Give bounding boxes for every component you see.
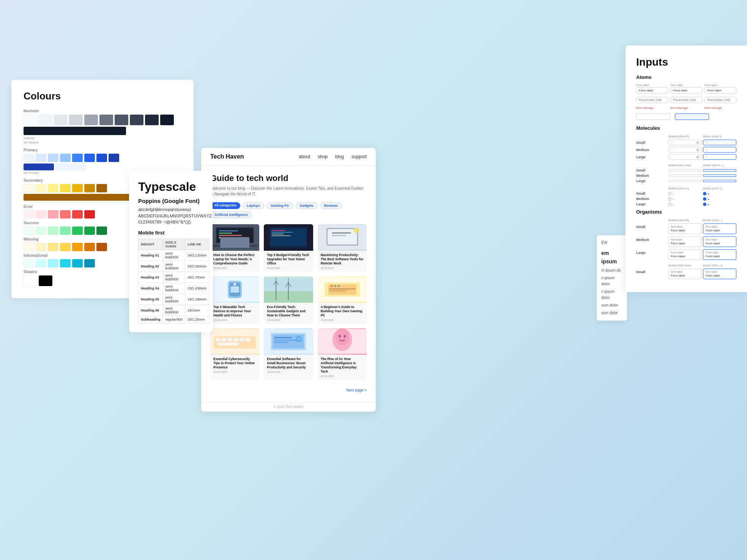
- mol-no-icon-large: Large: [636, 179, 667, 183]
- blog-card-body-8: Essential Software for Small Businesses:…: [264, 355, 313, 376]
- mol-input-default-small[interactable]: ···: [668, 140, 701, 145]
- nav-support[interactable]: support: [351, 154, 367, 159]
- atom-placeholder-2: [670, 97, 702, 103]
- org-card-default-medium[interactable]: form label Form label: [668, 236, 701, 247]
- info-swatch-2: [36, 259, 46, 267]
- radio-btn-default-small[interactable]: [668, 192, 671, 195]
- heading-label: Heading 01: [139, 250, 163, 261]
- neutral-swatches-row: [24, 115, 181, 125]
- svg-rect-4: [219, 233, 232, 234]
- error-text-2: Error message: [670, 107, 702, 109]
- tag-gadgets[interactable]: Gadgets: [296, 202, 318, 209]
- org-no-icon-value-2: Form label: [706, 274, 734, 277]
- tag-ai[interactable]: Artificial Intelligence: [210, 211, 252, 218]
- mol-no-icon-active-medium[interactable]: [703, 175, 736, 177]
- mol-no-icon-default-medium[interactable]: [668, 175, 701, 177]
- mol-no-icon-active-large[interactable]: [703, 180, 736, 182]
- mol-input-default-medium[interactable]: ···: [668, 147, 701, 153]
- blog-content: Guide to tech world Welcome to our blog …: [201, 166, 376, 401]
- blog-card-4[interactable]: Top 5 Wearable Tech Devices to Improve Y…: [210, 276, 259, 324]
- org-col-active: Active (Icon...): [703, 219, 736, 222]
- lorem-heading-1: em ipsum: [601, 249, 622, 266]
- on-neutral-label: On Neutral: [24, 141, 181, 144]
- nav-about[interactable]: about: [299, 154, 310, 159]
- success-swatch-5: [72, 227, 83, 235]
- blog-nav: Tech Haven about shop blog support: [201, 148, 376, 166]
- svg-rect-20: [332, 235, 346, 236]
- mol-input-active-large[interactable]: ···: [703, 154, 736, 160]
- mol-no-icon-small: Small: [636, 168, 667, 172]
- mol-input-default-large[interactable]: ···: [668, 154, 701, 160]
- molecules-label: Molecules: [636, 125, 736, 131]
- lorem-text-4: uum dolor: [601, 302, 622, 308]
- mol-radio-small: Small: [636, 192, 667, 195]
- mol-radio-default-medium[interactable]: ○: [668, 197, 701, 201]
- blog-card-5[interactable]: Eco-Friendly Tech: Sustainable Gadgets a…: [264, 276, 313, 324]
- blog-card-8[interactable]: ✓ Essential Software for Small Businesse…: [264, 328, 313, 380]
- neutral-swatch-6: [99, 115, 113, 125]
- neutral-swatch-1: [24, 115, 37, 125]
- radio-btn-default-large[interactable]: [668, 203, 671, 206]
- atom-placeholder-input-2[interactable]: [670, 97, 702, 103]
- org-card-value-4: Form label: [706, 242, 734, 245]
- neutral-swatch-7: [115, 115, 128, 125]
- svg-rect-7: [212, 245, 258, 247]
- atom-active-input[interactable]: [675, 113, 709, 120]
- mol-no-icon-default-small[interactable]: [668, 169, 701, 171]
- neutral-swatch-8: [130, 115, 143, 125]
- svg-rect-11: [272, 230, 286, 231]
- nav-blog[interactable]: blog: [335, 154, 344, 159]
- atom-input-1[interactable]: [636, 87, 668, 94]
- org-card-value-3: Form label: [671, 242, 699, 245]
- atom-placeholder-input-1[interactable]: [636, 97, 668, 103]
- mol-radio-active-medium[interactable]: ●: [703, 197, 736, 201]
- mol-input-active-medium[interactable]: ···: [703, 147, 736, 153]
- primary-label: Primary: [24, 148, 181, 152]
- success-swatch-1: [24, 227, 34, 235]
- mol-no-icon-default-large[interactable]: [668, 180, 701, 182]
- mol-no-icon-medium: Medium: [636, 174, 667, 178]
- blog-card-6[interactable]: A Beginner's Guide to Building Your Own …: [318, 276, 367, 324]
- blog-card-img-4: [210, 276, 259, 303]
- radio-btn-active-small[interactable]: [703, 192, 706, 195]
- org-card-active-medium[interactable]: form label Form label: [703, 236, 736, 247]
- blog-pagination[interactable]: Next page »: [210, 385, 367, 394]
- mol-radio-active-small[interactable]: ●: [703, 192, 736, 195]
- org-no-icon-active-small[interactable]: form label Form label: [703, 269, 736, 279]
- weight-val: semi bold/600: [163, 305, 185, 316]
- radio-btn-active-medium[interactable]: [703, 197, 706, 201]
- blog-card-7[interactable]: Essential Cybersecurity Tips to Protect …: [210, 328, 259, 380]
- colours-title: Colours: [24, 90, 181, 102]
- radio-btn-default-medium[interactable]: [668, 197, 671, 201]
- atom-input-3[interactable]: [704, 87, 736, 94]
- blog-card-1[interactable]: How to Choose the Perfect Laptop for You…: [210, 224, 259, 272]
- mol-input-active-small[interactable]: ···: [703, 140, 736, 145]
- org-card-active-small[interactable]: form label Form label: [703, 223, 736, 234]
- mol-radio-default-small[interactable]: ○: [668, 192, 701, 195]
- mol-row-small: Small ··· ···: [636, 140, 736, 145]
- table-row: Heading 02 semi bold/600 33/2.063rem: [139, 261, 210, 272]
- tag-reviews[interactable]: Reviews: [320, 202, 342, 209]
- org-card-default-small[interactable]: form label Form label: [668, 223, 701, 234]
- tag-all[interactable]: All categories: [210, 202, 240, 209]
- org-card-default-large[interactable]: Form label Form label: [668, 249, 701, 260]
- org-card-active-large[interactable]: Form label Form label: [703, 249, 736, 260]
- org-no-icon-default-small[interactable]: form label Form label: [668, 269, 701, 279]
- mol-radio-default-large[interactable]: ○: [668, 203, 701, 206]
- radio-btn-active-large[interactable]: [703, 203, 706, 206]
- mol-no-icon-active-small[interactable]: [703, 169, 736, 171]
- blog-card-3[interactable]: Maximizing Productivity: The Best Softwa…: [318, 224, 367, 272]
- atom-placeholder-input-3[interactable]: [704, 97, 736, 103]
- org-size-no-icon-small: Small: [636, 270, 667, 274]
- mol-radio-active-large[interactable]: ●: [703, 203, 736, 206]
- nav-shop[interactable]: shop: [318, 154, 328, 159]
- svg-point-42: [334, 285, 336, 287]
- blog-card-9[interactable]: The Rise of AI: How Artificial Intellige…: [318, 328, 367, 380]
- atom-input-2[interactable]: [670, 87, 702, 94]
- org-card-label-4: form label: [706, 238, 734, 241]
- blog-card-2[interactable]: Top 5 Budget-Friendly Tech Upgrades for …: [264, 224, 313, 272]
- tag-gaming[interactable]: Gaming PC: [266, 202, 293, 209]
- primary-swatch-6: [84, 154, 95, 162]
- atom-single-input[interactable]: [636, 113, 670, 120]
- tag-laptops[interactable]: Laptops: [243, 202, 264, 209]
